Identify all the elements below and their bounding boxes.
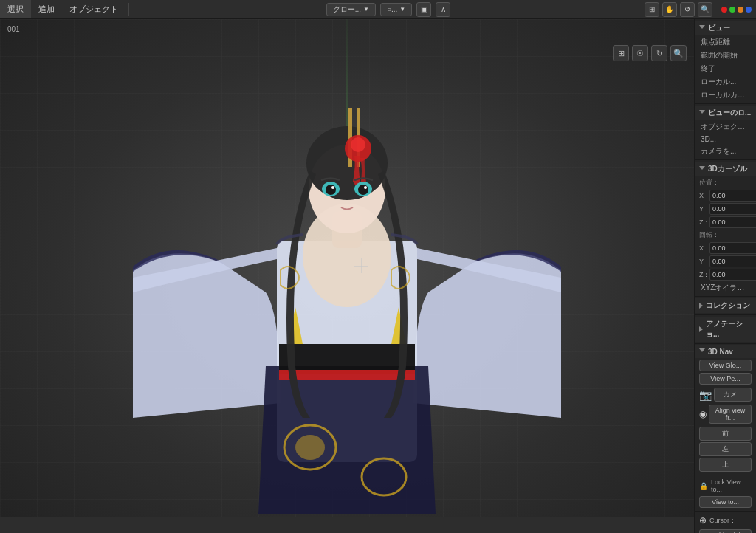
zoom-icon-btn[interactable]: 🔍 — [698, 2, 712, 17]
panel-item-range-start[interactable]: 範囲の開始 — [695, 49, 756, 62]
btn-view-pe[interactable]: View Pe... — [699, 373, 752, 385]
viewport[interactable]: 001 — [0, 19, 694, 533]
panel-item-camera[interactable]: カメラを... — [695, 145, 756, 158]
cursor-x-input[interactable] — [709, 190, 756, 202]
panel-section-3dnav: 3D Nav View Glo... View Pe... 📷 カメ... ◉ … — [695, 344, 756, 475]
cursor-rz-row: Z： — [695, 268, 756, 281]
dot-orange — [738, 7, 743, 13]
lock-icon: 🔒 — [699, 482, 708, 490]
cursor-rx-input[interactable] — [709, 242, 756, 254]
header-icon-4[interactable]: ∧ — [436, 2, 450, 17]
panel-header-3dnav[interactable]: 3D Nav — [695, 345, 756, 358]
cursor-x-row: X： — [695, 189, 756, 202]
cursor-y-row: Y： — [695, 202, 756, 216]
cursor-ry-row: Y： — [695, 255, 756, 268]
panel-section-view: ビュー 焦点距離 範囲の開始 終了 ローカル... ローカルカメラ... — [695, 19, 756, 104]
btn-world-origin[interactable]: World Origin — [699, 529, 752, 533]
snap-dropdown: ▼ — [399, 6, 405, 13]
axis-dots — [721, 7, 752, 13]
svg-point-2 — [295, 435, 325, 460]
cursor-z-input[interactable] — [709, 216, 756, 228]
top-toolbar: 選択 追加 オブジェクト グロー... ▼ ○... ▼ ▣ ∧ ⊞ ✋ ↺ 🔍 — [0, 0, 756, 19]
cursor-bottom-row: ⊕ Cursor： — [695, 513, 756, 528]
menu-add[interactable]: 追加 — [31, 0, 62, 18]
glow-label: グロー... — [333, 4, 361, 15]
character-viewport — [126, 34, 568, 514]
svg-point-18 — [331, 186, 334, 189]
hand-icon-btn[interactable]: ✋ — [662, 2, 677, 17]
menu-object[interactable]: オブジェクト — [62, 0, 126, 18]
panel-item-obj[interactable]: オブジェクトを... — [695, 120, 756, 134]
cam-icon: 📷 — [699, 389, 712, 401]
viewport-grid-icon[interactable]: ⊞ — [613, 45, 629, 61]
cursor-position-label: 位置： — [695, 176, 756, 189]
cam-icon-row: 📷 カメ... — [695, 386, 756, 403]
svg-point-13 — [351, 137, 365, 152]
grid-icon-btn[interactable]: ⊞ — [645, 2, 659, 17]
panel-section-viewlock: ビューのロ... オブジェクトを... 3D... カメラを... — [695, 104, 756, 160]
cursor-rz-label: Z： — [699, 270, 708, 280]
right-panel: ビュー 焦点距離 範囲の開始 終了 ローカル... ローカルカメラ... ビュー… — [694, 19, 756, 533]
viewport-overlay-icons: ⊞ ☉ ↻ 🔍 — [613, 45, 687, 61]
cursor-rotation-mode[interactable]: XYZオイラー角 — [695, 281, 756, 295]
dot-red — [721, 7, 727, 13]
panel-section-annotation: アノテーショ... — [695, 315, 756, 344]
cursor-z-label: Z： — [699, 218, 708, 227]
svg-point-9 — [306, 126, 388, 200]
viewport-rotate-icon[interactable]: ↻ — [651, 45, 667, 61]
snap-label: ○... — [387, 5, 397, 13]
lock-view-label: Lock View to... — [711, 478, 752, 493]
btn-view-glo[interactable]: View Glo... — [699, 360, 752, 371]
glow-btn[interactable]: グロー... ▼ — [326, 3, 376, 16]
proportional-btn[interactable]: ▣ — [416, 2, 431, 17]
panel-3dnav-label: 3D Nav — [708, 348, 733, 356]
dot-blue — [746, 7, 752, 13]
toolbar-center: グロー... ▼ ○... ▼ ▣ ∧ — [132, 2, 645, 17]
panel-item-local-cam[interactable]: ローカルカメラ... — [695, 89, 756, 102]
panel-view-label: ビュー — [708, 23, 730, 33]
panel-item-end[interactable]: 終了 — [695, 62, 756, 75]
viewport-hand-icon[interactable]: ☉ — [632, 45, 648, 61]
panel-section-3dcursor: 3Dカーゾル 位置： X： Y： Z： 回転： X： Y： Z： XYZオイラー… — [695, 160, 756, 297]
panel-header-annotation[interactable]: アノテーショ... — [695, 317, 756, 342]
panel-triangle-3dcursor — [699, 166, 705, 173]
cursor-rotation-label: 回転： — [695, 229, 756, 241]
cursor-x-label: X： — [699, 191, 708, 201]
btn-front[interactable]: 前 — [699, 427, 752, 441]
cursor-rx-label: X： — [699, 244, 708, 253]
btn-top[interactable]: 上 — [699, 458, 752, 472]
menu-select[interactable]: 選択 — [0, 0, 31, 18]
panel-header-viewlock[interactable]: ビューのロ... — [695, 106, 756, 120]
panel-section-collection: コレクション — [695, 297, 756, 315]
cursor-y-input[interactable] — [709, 203, 756, 215]
panel-collection-label: コレクション — [706, 300, 750, 311]
btn-left[interactable]: 左 — [699, 442, 752, 456]
toolbar-separator-1 — [128, 3, 129, 16]
align-view-row: ◉ Align view fr... — [695, 403, 756, 425]
btn-align-view[interactable]: Align view fr... — [709, 405, 752, 424]
svg-point-19 — [364, 186, 367, 189]
cursor-bottom-label: Cursor： — [709, 516, 736, 526]
panel-item-3d[interactable]: 3D... — [695, 134, 756, 145]
btn-view-to[interactable]: View to... — [699, 496, 752, 508]
panel-item-local[interactable]: ローカル... — [695, 75, 756, 89]
panel-header-3dcursor[interactable]: 3Dカーゾル — [695, 162, 756, 176]
panel-annotation-label: アノテーショ... — [706, 319, 752, 340]
panel-triangle-annotation — [699, 326, 703, 332]
cursor-ry-input[interactable] — [709, 255, 756, 267]
cursor-rx-row: X： — [695, 241, 756, 255]
panel-section-cursor-bottom: ⊕ Cursor： World Origin — [695, 512, 756, 533]
btn-cam[interactable]: カメ... — [714, 388, 752, 402]
cursor-rz-input[interactable] — [709, 269, 756, 281]
cursor-y-label: Y： — [699, 204, 708, 214]
panel-header-view[interactable]: ビュー — [695, 21, 756, 35]
viewport-search-icon[interactable]: 🔍 — [670, 45, 687, 61]
cursor-bottom-icon: ⊕ — [699, 515, 707, 526]
panel-header-collection[interactable]: コレクション — [695, 298, 756, 313]
snap-btn[interactable]: ○... ▼ — [380, 3, 412, 16]
rotate-icon-btn[interactable]: ↺ — [680, 2, 695, 17]
viewport-label: 001 — [7, 25, 20, 33]
panel-item-focal[interactable]: 焦点距離 — [695, 35, 756, 49]
svg-rect-5 — [279, 370, 415, 380]
cursor-ry-label: Y： — [699, 257, 708, 266]
